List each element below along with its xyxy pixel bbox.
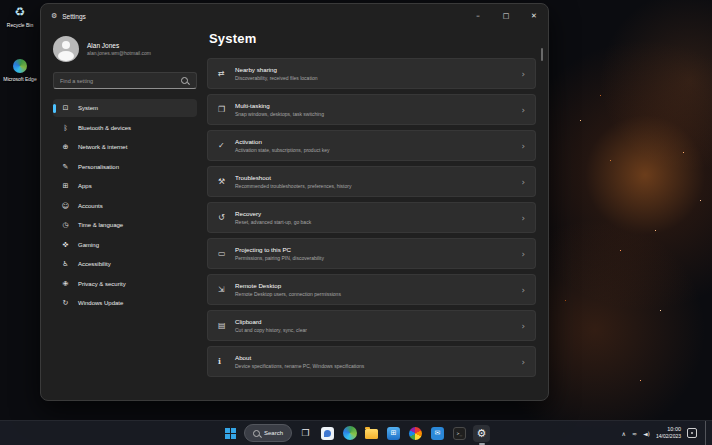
- taskbar-search-label: Search: [264, 430, 283, 436]
- desktop-sparkles: [0, 0, 1, 1]
- account-profile[interactable]: Alan Jones alan.jones.wm@hotmail.com: [53, 36, 199, 62]
- task-view-icon: ❐: [301, 429, 309, 438]
- mail-icon: ✉: [431, 427, 444, 440]
- chevron-right-icon: ›: [521, 213, 525, 223]
- sidebar-item-time-language[interactable]: ◷ Time & language: [53, 216, 197, 234]
- edge-icon: [343, 426, 357, 440]
- sidebar-item-accessibility[interactable]: ♿ Accessibility: [53, 255, 197, 273]
- sidebar-item-system[interactable]: ⊡ System: [53, 99, 197, 117]
- tray-chevron-icon[interactable]: ∧: [622, 430, 626, 437]
- sidebar-item-apps[interactable]: ⊞ Apps: [53, 177, 197, 195]
- search-icon: [181, 77, 188, 84]
- microsoft-store-button[interactable]: ⊞: [385, 425, 402, 442]
- card-title: Recovery: [235, 210, 311, 217]
- desktop-icon-recycle-bin[interactable]: ♻ Recycle Bin: [1, 4, 39, 28]
- chevron-right-icon: ›: [521, 249, 525, 259]
- start-button[interactable]: [222, 425, 239, 442]
- settings-card-recovery[interactable]: ↺ Recovery Reset, advanced start-up, go …: [207, 202, 536, 233]
- windows-logo-icon: [225, 428, 236, 439]
- sidebar-item-label: Time & language: [78, 222, 123, 228]
- settings-search[interactable]: [53, 72, 197, 89]
- card-title: Clipboard: [235, 318, 307, 325]
- minimize-button[interactable]: –: [464, 4, 492, 28]
- desktop-icon-label: Recycle Bin: [1, 22, 39, 28]
- settings-taskbar-button[interactable]: ⚙: [473, 425, 490, 442]
- desktop-icon-microsoft-edge[interactable]: Microsoft Edge: [1, 58, 39, 82]
- close-button[interactable]: ✕: [520, 4, 548, 28]
- settings-card-multi-tasking[interactable]: ❐ Multi-tasking Snap windows, desktops, …: [207, 94, 536, 125]
- settings-card-activation[interactable]: ✓ Activation Activation state, subscript…: [207, 130, 536, 161]
- chat-icon: [321, 427, 334, 440]
- desktop-icon-label: Microsoft Edge: [1, 76, 39, 82]
- clock-time: 10:00: [656, 426, 681, 433]
- edge-button[interactable]: [341, 425, 358, 442]
- maximize-button[interactable]: □: [492, 4, 520, 28]
- settings-sidebar: Alan Jones alan.jones.wm@hotmail.com ⊡ S…: [45, 28, 203, 400]
- activation-check-icon: ✓: [218, 141, 235, 150]
- photos-icon: [409, 427, 422, 440]
- monitor-icon: ⊡: [61, 104, 70, 112]
- projection-screen-icon: ▭: [218, 249, 235, 258]
- photos-button[interactable]: [407, 425, 424, 442]
- sidebar-item-windows-update[interactable]: ↻ Windows Update: [53, 294, 197, 312]
- card-title: Activation: [235, 138, 330, 145]
- card-subtitle: Snap windows, desktops, task switching: [235, 111, 324, 117]
- taskbar-clock[interactable]: 10:00 14/02/2023: [656, 426, 681, 440]
- shield-icon: ✙: [61, 280, 70, 288]
- settings-card-projecting-to-this-pc[interactable]: ▭ Projecting to this PC Permissions, pai…: [207, 238, 536, 269]
- taskbar-search[interactable]: Search: [244, 424, 292, 442]
- settings-card-nearby-sharing[interactable]: ⇄ Nearby sharing Discoverability, receiv…: [207, 58, 536, 89]
- sidebar-item-label: Bluetooth & devices: [78, 125, 131, 131]
- card-subtitle: Cut and copy history, sync, clear: [235, 327, 307, 333]
- folder-icon: [365, 429, 378, 439]
- sidebar-nav: ⊡ System ᛒ Bluetooth & devices ⊕ Network…: [45, 99, 203, 314]
- mail-button[interactable]: ✉: [429, 425, 446, 442]
- card-title: About: [235, 354, 364, 361]
- task-view-button[interactable]: ❐: [297, 425, 314, 442]
- network-icon[interactable]: ≈: [632, 430, 637, 437]
- store-icon: ⊞: [387, 427, 400, 440]
- chevron-right-icon: ›: [521, 177, 525, 187]
- sidebar-item-privacy-security[interactable]: ✙ Privacy & security: [53, 275, 197, 293]
- sidebar-item-bluetooth-devices[interactable]: ᛒ Bluetooth & devices: [53, 119, 197, 137]
- profile-email: alan.jones.wm@hotmail.com: [87, 50, 151, 56]
- settings-card-remote-desktop[interactable]: ⇲ Remote Desktop Remote Desktop users, c…: [207, 274, 536, 305]
- card-title: Multi-tasking: [235, 102, 324, 109]
- sidebar-item-label: Gaming: [78, 242, 99, 248]
- show-desktop-button[interactable]: [705, 421, 709, 445]
- card-subtitle: Permissions, pairing PIN, discoverabilit…: [235, 255, 324, 261]
- settings-card-about[interactable]: ℹ About Device specifications, rename PC…: [207, 346, 536, 377]
- recycle-bin-icon: ♻: [15, 6, 26, 18]
- chevron-right-icon: ›: [521, 141, 525, 151]
- terminal-button[interactable]: >_: [451, 425, 468, 442]
- card-title: Projecting to this PC: [235, 246, 324, 253]
- sidebar-item-network-internet[interactable]: ⊕ Network & internet: [53, 138, 197, 156]
- notification-icon[interactable]: [687, 428, 697, 438]
- sidebar-item-personalisation[interactable]: ✎ Personalisation: [53, 158, 197, 176]
- apps-grid-icon: ⊞: [61, 182, 70, 190]
- recovery-arrow-icon: ↺: [218, 213, 235, 222]
- search-input[interactable]: [54, 78, 181, 84]
- edge-icon: [13, 59, 27, 73]
- card-title: Remote Desktop: [235, 282, 341, 289]
- chat-button[interactable]: [319, 425, 336, 442]
- sidebar-item-accounts[interactable]: ☺ Accounts: [53, 197, 197, 215]
- settings-card-troubleshoot[interactable]: ⚒ Troubleshoot Recommended troubleshoote…: [207, 166, 536, 197]
- clock-icon: ◷: [61, 221, 70, 229]
- gamepad-icon: ✜: [61, 241, 70, 249]
- settings-gear-icon: ⚙: [477, 428, 487, 439]
- sidebar-item-gaming[interactable]: ✜ Gaming: [53, 236, 197, 254]
- volume-icon[interactable]: ◄): [643, 430, 650, 437]
- card-subtitle: Reset, advanced start-up, go back: [235, 219, 311, 225]
- scrollbar-thumb[interactable]: [541, 48, 543, 61]
- file-explorer-button[interactable]: [363, 425, 380, 442]
- update-icon: ↻: [61, 299, 70, 307]
- search-icon: [253, 430, 260, 437]
- page-title: System: [209, 31, 536, 46]
- titlebar[interactable]: ⚙ Settings – □ ✕: [41, 4, 548, 28]
- clock-date: 14/02/2023: [656, 433, 681, 440]
- sidebar-item-label: Windows Update: [78, 300, 123, 306]
- settings-card-clipboard[interactable]: ▤ Clipboard Cut and copy history, sync, …: [207, 310, 536, 341]
- card-subtitle: Activation state, subscriptions, product…: [235, 147, 330, 153]
- card-subtitle: Discoverability, received files location: [235, 75, 317, 81]
